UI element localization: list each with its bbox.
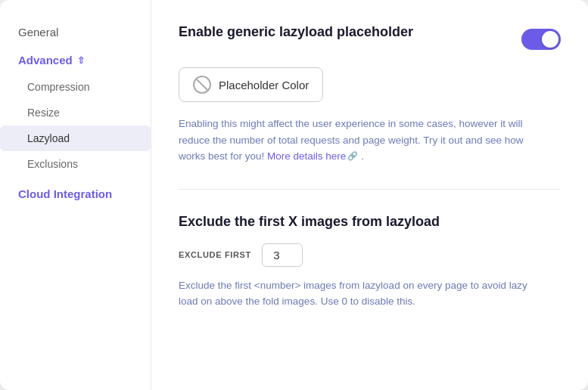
sidebar-cloud-integration[interactable]: Cloud Integration <box>0 177 151 205</box>
toggle-thumb <box>542 31 558 48</box>
exclude-first-section: Exclude the first X images from lazyload… <box>179 214 561 310</box>
toggle-track[interactable] <box>521 29 561 50</box>
sidebar-sub-item-lazyload[interactable]: Lazyload <box>0 125 151 151</box>
more-details-link[interactable]: More details here 🔗 <box>267 148 358 165</box>
lazyload-toggle[interactable] <box>521 29 561 50</box>
lazyload-info-text: Enabling this might affect the user expe… <box>179 116 542 165</box>
sidebar-sub-item-compression[interactable]: Compression <box>0 74 151 100</box>
lazyload-placeholder-section: Enable generic lazyload placeholder Plac… <box>179 24 561 165</box>
more-details-link-text: More details here <box>267 148 346 165</box>
exclude-info-text: Exclude the first <number> images from l… <box>179 277 542 310</box>
exclude-label-row: EXCLUDE FIRST <box>179 243 561 267</box>
sidebar-sub-item-exclusions[interactable]: Exclusions <box>0 151 151 177</box>
exclude-first-label: EXCLUDE FIRST <box>179 250 251 259</box>
placeholder-color-button[interactable]: Placeholder Color <box>179 67 323 102</box>
toggle-row: Enable generic lazyload placeholder <box>179 24 561 54</box>
sidebar-item-general[interactable]: General <box>0 18 151 46</box>
main-content: Enable generic lazyload placeholder Plac… <box>151 0 588 390</box>
chevron-up-icon: ⇧ <box>77 55 85 66</box>
section-title-lazyload: Enable generic lazyload placeholder <box>179 24 413 40</box>
section-title-exclude: Exclude the first X images from lazyload <box>179 214 561 230</box>
external-link-icon: 🔗 <box>347 150 358 163</box>
sidebar: General Advanced ⇧ Compression Resize La… <box>0 0 151 390</box>
exclude-first-input[interactable] <box>262 243 303 267</box>
sidebar-item-advanced-label: Advanced <box>18 54 73 67</box>
info-text-part2: . <box>361 150 364 162</box>
sidebar-item-advanced[interactable]: Advanced ⇧ <box>0 46 151 74</box>
sidebar-sub-item-resize[interactable]: Resize <box>0 100 151 125</box>
section-divider <box>179 189 561 190</box>
placeholder-btn-label: Placeholder Color <box>219 79 309 91</box>
color-slash-icon <box>193 76 211 94</box>
settings-card: General Advanced ⇧ Compression Resize La… <box>0 0 588 390</box>
